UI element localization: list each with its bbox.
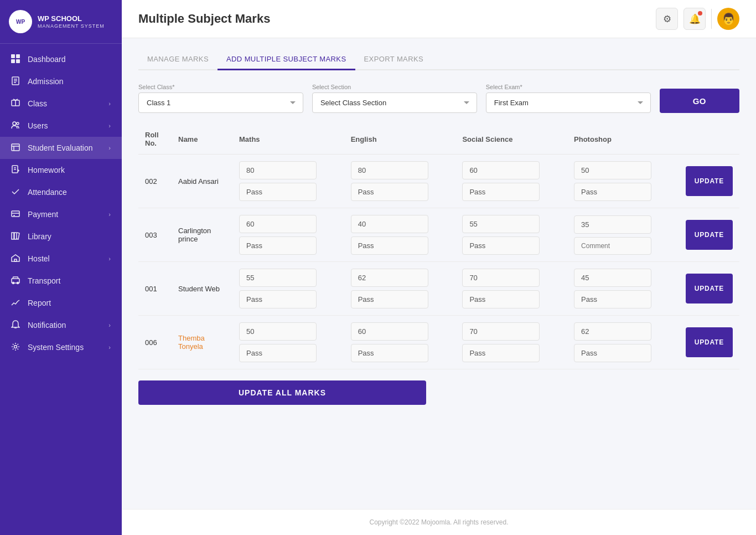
english-score-input-1[interactable] [351,215,428,233]
table-row: 002Aabid Ansari UPDATE [138,155,739,208]
exam-select[interactable]: First ExamSecond ExamThird Exam [486,92,651,113]
photoshop-score-input-3[interactable] [574,322,651,341]
nav-item-left: Notification [11,320,66,330]
svg-point-28 [14,346,17,348]
english-score-input-0[interactable] [351,161,428,179]
footer: Copyright ©2022 Mojoomla. All rights res… [122,509,756,535]
maths-score-input-2[interactable] [239,269,317,287]
transport-icon [11,276,21,286]
social-status-input-3[interactable] [462,344,540,362]
tab-add-multiple[interactable]: ADD MULTIPLE SUBJECT MARKS [218,49,355,70]
maths-status-input-3[interactable] [239,344,317,362]
nav-label-hostel: Hostel [28,254,50,263]
notification-badge [698,11,702,16]
chevron-right-icon: › [108,255,111,262]
photoshop-status-input-2[interactable] [574,290,651,308]
social-score-input-2[interactable] [462,269,540,287]
social-score-input-0[interactable] [462,161,540,179]
photoshop-score-input-1[interactable] [574,215,651,234]
nav-item-left: System Settings [11,342,84,352]
sidebar-logo: WP WP SCHOOL MANAGEMENT SYSTEM [0,0,122,44]
maths-status-input-2[interactable] [239,290,317,308]
table-header-row: Roll No.NameMathsEnglishSocial SciencePh… [138,126,739,155]
col-header-5: Photoshop [567,126,679,155]
nav-item-left: Payment [11,209,58,219]
chevron-right-icon: › [108,322,111,328]
sidebar-item-payment[interactable]: Payment › [0,203,122,225]
photoshop-score-input-0[interactable] [574,161,651,179]
sidebar-item-admission[interactable]: Admission [0,70,122,92]
social-status-input-0[interactable] [462,183,540,201]
update-button-2[interactable]: UPDATE [686,274,733,303]
nav-item-left: Report [11,298,51,308]
social-status-input-2[interactable] [462,290,540,308]
sidebar-item-attendance[interactable]: Attendance [0,181,122,203]
sidebar-item-notification[interactable]: Notification › [0,314,122,336]
nav-label-system-settings: System Settings [28,343,84,352]
sidebar-item-class[interactable]: Class › [0,92,122,115]
mark-cell [574,269,672,308]
tabs-bar: MANAGE MARKSADD MULTIPLE SUBJECT MARKSEX… [138,49,739,70]
sidebar-item-homework[interactable]: Homework [0,159,122,181]
sidebar-item-system-settings[interactable]: System Settings › [0,336,122,358]
avatar[interactable]: 👨 [717,8,739,30]
col-header-1: Name [172,126,232,155]
maths-status-input-0[interactable] [239,183,317,201]
tab-manage-marks[interactable]: MANAGE MARKS [138,49,218,70]
maths-score-input-0[interactable] [239,161,317,179]
social-score-input-1[interactable] [462,215,540,233]
english-status-input-1[interactable] [351,236,428,255]
english-status-input-3[interactable] [351,344,428,362]
photoshop-status-input-3[interactable] [574,344,651,362]
english-status-input-0[interactable] [351,183,428,201]
social-cell-0 [455,155,567,208]
sidebar-nav: Dashboard Admission Class › Users › Stud… [0,44,122,535]
chevron-right-icon: › [108,344,111,351]
social-score-input-3[interactable] [462,322,540,341]
go-button[interactable]: GO [660,89,739,113]
photoshop-score-input-2[interactable] [574,269,651,287]
sidebar-item-dashboard[interactable]: Dashboard [0,48,122,70]
settings-button[interactable]: ⚙ [656,8,678,30]
maths-status-input-1[interactable] [239,236,317,255]
notification-button[interactable]: 🔔 [683,8,706,30]
report-icon [11,298,21,308]
sidebar-item-student-evaluation[interactable]: Student Evaluation › [0,137,122,159]
app-name: WP SCHOOL [38,14,105,24]
section-select[interactable]: Select Class SectionSection ASection B [312,92,477,113]
maths-score-input-1[interactable] [239,215,317,233]
maths-cell-3 [232,316,344,369]
english-status-input-2[interactable] [351,290,428,308]
tab-export-marks[interactable]: EXPORT MARKS [355,49,433,70]
photoshop-comment-input-1[interactable] [574,237,651,255]
maths-score-input-3[interactable] [239,322,317,341]
sidebar-item-transport[interactable]: Transport [0,270,122,292]
english-score-input-2[interactable] [351,269,428,287]
table-row: 001Student Web UPDATE [138,262,739,316]
mark-cell [574,215,672,255]
update-button-0[interactable]: UPDATE [686,166,733,196]
photoshop-status-input-0[interactable] [574,183,651,201]
update-button-1[interactable]: UPDATE [686,220,733,250]
social-cell-1 [455,208,567,262]
social-status-input-1[interactable] [462,236,540,255]
sidebar-item-library[interactable]: Library [0,225,122,248]
roll-no-2: 001 [138,262,172,316]
nav-label-library: Library [28,232,51,241]
update-all-button[interactable]: UPDATE ALL MARKS [138,380,426,405]
sidebar-item-hostel[interactable]: Hostel › [0,248,122,270]
update-btn-cell-2: UPDATE [679,262,739,316]
english-score-input-3[interactable] [351,322,428,341]
sidebar-item-report[interactable]: Report [0,292,122,314]
section-filter-group: Select Section Select Class SectionSecti… [312,84,477,113]
col-header-3: English [344,126,456,155]
update-button-3[interactable]: UPDATE [686,327,733,357]
nav-label-notification: Notification [28,321,66,330]
nav-item-left: Class [11,99,47,109]
attendance-icon [11,187,21,197]
sidebar-item-users[interactable]: Users › [0,115,122,137]
class-select[interactable]: Class 1Class 2Class 3Class 4 [138,92,303,113]
gear-icon: ⚙ [663,13,671,25]
mark-cell [239,269,338,308]
header-divider [711,9,712,29]
